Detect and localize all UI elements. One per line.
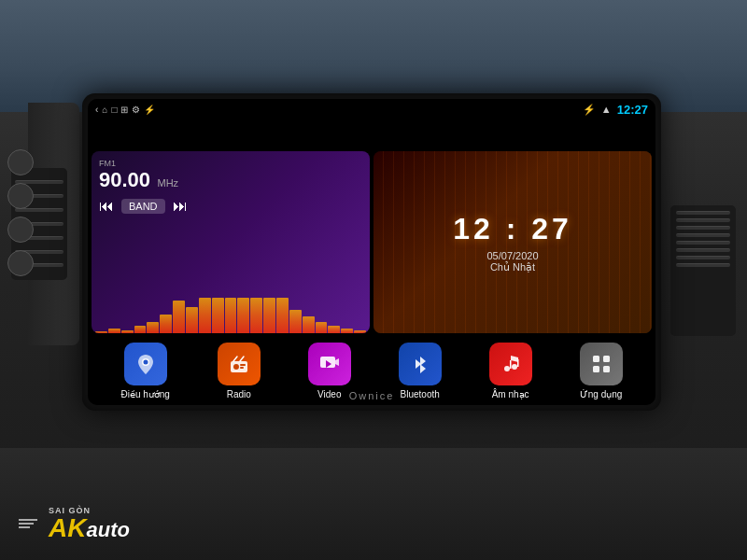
app-apps[interactable]: Ứng dụng: [580, 343, 623, 399]
saigon-label: SAI GÒN AK auto: [49, 506, 130, 541]
recent-nav-icon[interactable]: □: [111, 105, 117, 115]
app-label-radio: Radio: [227, 389, 251, 399]
app-icon-video: [308, 343, 351, 385]
status-bar: ‹ ⌂ □ ⊞ ⚙ ⚡ ⚡ ▲ 12:27: [88, 99, 655, 119]
svg-rect-5: [240, 367, 244, 369]
clock-widget: 12 : 27 05/07/2020 Chủ Nhật: [374, 151, 652, 333]
dashboard-bottom: [0, 448, 747, 560]
app-icon-apps: [580, 343, 623, 385]
side-btn-1[interactable]: [7, 149, 34, 175]
ownice-brand: Ownice: [349, 390, 395, 401]
app-label-music: Âm nhạc: [492, 389, 529, 399]
widgets-row: FM1 90.00 MHz ⏮ BAND ⏭: [88, 147, 655, 337]
svg-point-10: [512, 364, 517, 370]
radio-frequency: 90.00 MHz: [99, 168, 362, 192]
svg-rect-12: [517, 359, 519, 367]
clock-date: 05/07/2020: [486, 250, 538, 261]
status-time: 12:27: [617, 103, 648, 117]
side-btn-2[interactable]: [7, 183, 34, 209]
main-screen: ‹ ⌂ □ ⊞ ⚙ ⚡ ⚡ ▲ 12:27: [88, 99, 655, 405]
app-nav[interactable]: Điều hướng: [120, 343, 169, 399]
svg-rect-16: [603, 366, 610, 372]
radio-prev-button[interactable]: ⏮: [99, 198, 114, 215]
svg-point-9: [504, 366, 510, 371]
svg-marker-7: [335, 358, 339, 366]
screen-bezel: ‹ ⌂ □ ⊞ ⚙ ⚡ ⚡ ▲ 12:27: [82, 93, 661, 411]
side-buttons: [7, 149, 34, 276]
app-video[interactable]: Video: [308, 343, 351, 399]
radio-freq-label: FM1: [99, 159, 362, 168]
radio-band-button[interactable]: BAND: [121, 199, 165, 214]
screen-content: FM1 90.00 MHz ⏮ BAND ⏭: [88, 147, 655, 405]
ak-auto-logo: SAI GÒN AK auto: [19, 506, 130, 541]
svg-rect-13: [593, 356, 599, 362]
svg-rect-4: [240, 364, 246, 366]
app-icon-bluetooth: [399, 343, 442, 385]
side-btn-4[interactable]: [7, 250, 34, 276]
lines-decoration: [19, 519, 37, 528]
app-label-apps: Ứng dụng: [580, 389, 623, 399]
gear-nav-icon[interactable]: ⚙: [132, 105, 140, 115]
side-btn-3[interactable]: [7, 217, 34, 243]
radio-spectrum: [92, 296, 370, 333]
svg-rect-14: [603, 356, 610, 362]
app-icon-music: [489, 343, 532, 385]
home-nav-icon[interactable]: ⌂: [102, 105, 107, 115]
car-scene: ‹ ⌂ □ ⊞ ⚙ ⚡ ⚡ ▲ 12:27: [0, 0, 747, 560]
radio-next-button[interactable]: ⏭: [173, 198, 188, 215]
svg-rect-15: [593, 366, 599, 372]
status-left: ‹ ⌂ □ ⊞ ⚙ ⚡: [95, 105, 155, 115]
bt-nav-icon[interactable]: ⚡: [144, 105, 155, 115]
app-bluetooth[interactable]: Bluetooth: [399, 343, 442, 399]
app-icon-nav: [124, 343, 167, 385]
right-vent: [670, 205, 736, 336]
svg-point-1: [143, 360, 148, 365]
radio-controls: ⏮ BAND ⏭: [99, 198, 362, 215]
app-radio[interactable]: Radio: [218, 343, 261, 399]
clock-time: 12 : 27: [453, 212, 572, 246]
app-label-video: Video: [317, 389, 341, 399]
app-label-nav: Điều hướng: [120, 389, 169, 399]
back-nav-icon[interactable]: ‹: [95, 105, 98, 115]
app-label-bluetooth: Bluetooth: [401, 389, 440, 399]
radio-widget[interactable]: FM1 90.00 MHz ⏮ BAND ⏭: [92, 151, 370, 333]
svg-rect-11: [510, 360, 512, 369]
auto-text: auto: [86, 520, 129, 540]
wifi-status-icon: ▲: [601, 104, 612, 115]
app-icon-radio: [218, 343, 261, 385]
bluetooth-status-icon: ⚡: [583, 104, 596, 116]
clock-day: Chủ Nhật: [490, 261, 535, 273]
ak-text: AK: [49, 515, 86, 541]
app-music[interactable]: Âm nhạc: [489, 343, 532, 399]
grid-nav-icon[interactable]: ⊞: [120, 105, 128, 115]
svg-point-3: [233, 364, 239, 370]
status-right: ⚡ ▲ 12:27: [583, 103, 648, 117]
